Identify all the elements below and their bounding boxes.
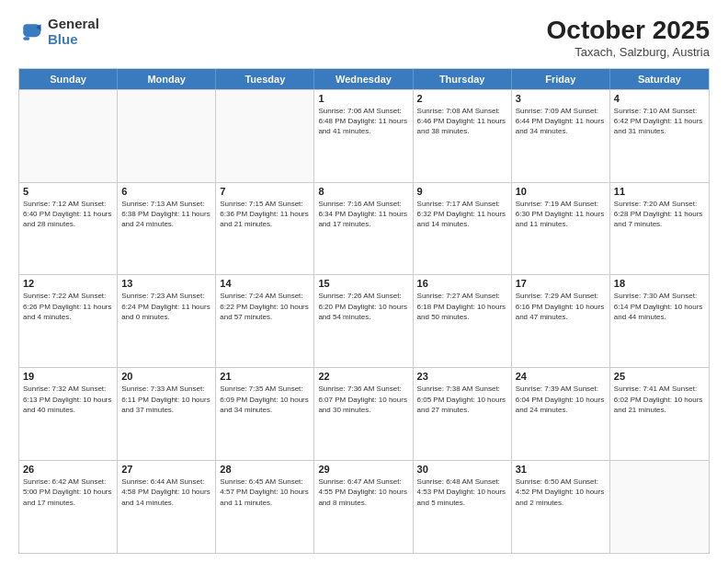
day-number: 24 — [516, 371, 606, 382]
day-info: Sunrise: 7:35 AM Sunset: 6:09 PM Dayligh… — [220, 384, 310, 415]
day-info: Sunrise: 7:13 AM Sunset: 6:38 PM Dayligh… — [121, 199, 211, 230]
header-friday: Friday — [512, 69, 610, 89]
calendar-cell: 3Sunrise: 7:09 AM Sunset: 6:44 PM Daylig… — [512, 90, 610, 182]
header-sunday: Sunday — [19, 69, 118, 89]
calendar-cell: 22Sunrise: 7:36 AM Sunset: 6:07 PM Dayli… — [314, 368, 413, 460]
day-info: Sunrise: 7:33 AM Sunset: 6:11 PM Dayligh… — [121, 384, 211, 415]
day-info: Sunrise: 7:15 AM Sunset: 6:36 PM Dayligh… — [220, 199, 310, 230]
day-info: Sunrise: 7:08 AM Sunset: 6:46 PM Dayligh… — [417, 106, 507, 137]
day-info: Sunrise: 7:36 AM Sunset: 6:07 PM Dayligh… — [318, 384, 408, 415]
logo: General Blue — [18, 17, 99, 47]
logo-blue-text: Blue — [48, 32, 99, 48]
day-info: Sunrise: 7:26 AM Sunset: 6:20 PM Dayligh… — [318, 291, 408, 322]
day-number: 22 — [318, 371, 408, 382]
header-monday: Monday — [118, 69, 216, 89]
day-info: Sunrise: 6:42 AM Sunset: 5:00 PM Dayligh… — [23, 477, 113, 508]
day-number: 28 — [220, 464, 310, 475]
day-number: 18 — [614, 278, 705, 289]
calendar-cell: 10Sunrise: 7:19 AM Sunset: 6:30 PM Dayli… — [512, 183, 610, 275]
day-number: 15 — [318, 278, 408, 289]
calendar-cell: 20Sunrise: 7:33 AM Sunset: 6:11 PM Dayli… — [118, 368, 216, 460]
calendar-cell — [19, 90, 118, 182]
day-info: Sunrise: 7:20 AM Sunset: 6:28 PM Dayligh… — [614, 199, 705, 230]
calendar-cell: 23Sunrise: 7:38 AM Sunset: 6:05 PM Dayli… — [414, 368, 512, 460]
day-info: Sunrise: 6:50 AM Sunset: 4:52 PM Dayligh… — [516, 477, 606, 508]
day-info: Sunrise: 7:23 AM Sunset: 6:24 PM Dayligh… — [121, 291, 211, 322]
day-number: 31 — [516, 464, 606, 475]
calendar-cell: 2Sunrise: 7:08 AM Sunset: 6:46 PM Daylig… — [414, 90, 512, 182]
day-info: Sunrise: 7:24 AM Sunset: 6:22 PM Dayligh… — [220, 291, 310, 322]
day-number: 12 — [23, 278, 113, 289]
logo-text: General Blue — [48, 17, 99, 47]
calendar-cell: 29Sunrise: 6:47 AM Sunset: 4:55 PM Dayli… — [314, 461, 413, 553]
calendar-cell: 15Sunrise: 7:26 AM Sunset: 6:20 PM Dayli… — [314, 275, 413, 367]
calendar-cell: 5Sunrise: 7:12 AM Sunset: 6:40 PM Daylig… — [19, 183, 118, 275]
calendar-cell: 14Sunrise: 7:24 AM Sunset: 6:22 PM Dayli… — [216, 275, 314, 367]
logo-icon — [18, 19, 44, 45]
calendar: Sunday Monday Tuesday Wednesday Thursday… — [18, 68, 710, 554]
day-info: Sunrise: 7:09 AM Sunset: 6:44 PM Dayligh… — [516, 106, 606, 137]
day-number: 13 — [121, 278, 211, 289]
calendar-body: 1Sunrise: 7:06 AM Sunset: 6:48 PM Daylig… — [19, 89, 709, 553]
day-info: Sunrise: 7:38 AM Sunset: 6:05 PM Dayligh… — [417, 384, 507, 415]
calendar-cell: 17Sunrise: 7:29 AM Sunset: 6:16 PM Dayli… — [512, 275, 610, 367]
day-number: 9 — [417, 186, 507, 197]
header-wednesday: Wednesday — [314, 69, 413, 89]
calendar-cell: 25Sunrise: 7:41 AM Sunset: 6:02 PM Dayli… — [610, 368, 709, 460]
calendar-row-4: 26Sunrise: 6:42 AM Sunset: 5:00 PM Dayli… — [19, 460, 709, 553]
day-number: 11 — [614, 186, 705, 197]
day-number: 17 — [516, 278, 606, 289]
calendar-cell: 18Sunrise: 7:30 AM Sunset: 6:14 PM Dayli… — [610, 275, 709, 367]
day-number: 1 — [318, 93, 408, 104]
calendar-row-2: 12Sunrise: 7:22 AM Sunset: 6:26 PM Dayli… — [19, 274, 709, 367]
day-info: Sunrise: 7:32 AM Sunset: 6:13 PM Dayligh… — [23, 384, 113, 415]
calendar-cell: 26Sunrise: 6:42 AM Sunset: 5:00 PM Dayli… — [19, 461, 118, 553]
day-number: 7 — [220, 186, 310, 197]
day-number: 3 — [516, 93, 606, 104]
calendar-cell — [610, 461, 709, 553]
day-number: 21 — [220, 371, 310, 382]
calendar-cell: 9Sunrise: 7:17 AM Sunset: 6:32 PM Daylig… — [414, 183, 512, 275]
day-number: 23 — [417, 371, 507, 382]
calendar-cell: 13Sunrise: 7:23 AM Sunset: 6:24 PM Dayli… — [118, 275, 216, 367]
calendar-cell: 16Sunrise: 7:27 AM Sunset: 6:18 PM Dayli… — [414, 275, 512, 367]
day-info: Sunrise: 6:48 AM Sunset: 4:53 PM Dayligh… — [417, 477, 507, 508]
day-info: Sunrise: 7:27 AM Sunset: 6:18 PM Dayligh… — [417, 291, 507, 322]
calendar-cell: 24Sunrise: 7:39 AM Sunset: 6:04 PM Dayli… — [512, 368, 610, 460]
calendar-cell — [118, 90, 216, 182]
calendar-row-1: 5Sunrise: 7:12 AM Sunset: 6:40 PM Daylig… — [19, 182, 709, 275]
calendar-cell: 19Sunrise: 7:32 AM Sunset: 6:13 PM Dayli… — [19, 368, 118, 460]
calendar-cell: 11Sunrise: 7:20 AM Sunset: 6:28 PM Dayli… — [610, 183, 709, 275]
day-number: 20 — [121, 371, 211, 382]
calendar-cell: 21Sunrise: 7:35 AM Sunset: 6:09 PM Dayli… — [216, 368, 314, 460]
logo-general-text: General — [48, 17, 99, 32]
header: General Blue October 2025 Taxach, Salzbu… — [18, 17, 710, 59]
day-info: Sunrise: 7:39 AM Sunset: 6:04 PM Dayligh… — [516, 384, 606, 415]
day-number: 27 — [121, 464, 211, 475]
day-number: 2 — [417, 93, 507, 104]
day-number: 8 — [318, 186, 408, 197]
subtitle: Taxach, Salzburg, Austria — [547, 45, 710, 59]
day-number: 6 — [121, 186, 211, 197]
calendar-cell: 27Sunrise: 6:44 AM Sunset: 4:58 PM Dayli… — [118, 461, 216, 553]
day-number: 29 — [318, 464, 408, 475]
calendar-cell: 8Sunrise: 7:16 AM Sunset: 6:34 PM Daylig… — [314, 183, 413, 275]
calendar-header: Sunday Monday Tuesday Wednesday Thursday… — [19, 69, 709, 89]
header-saturday: Saturday — [610, 69, 709, 89]
day-info: Sunrise: 6:44 AM Sunset: 4:58 PM Dayligh… — [121, 477, 211, 508]
day-info: Sunrise: 7:29 AM Sunset: 6:16 PM Dayligh… — [516, 291, 606, 322]
calendar-cell: 30Sunrise: 6:48 AM Sunset: 4:53 PM Dayli… — [414, 461, 512, 553]
day-number: 10 — [516, 186, 606, 197]
calendar-cell: 31Sunrise: 6:50 AM Sunset: 4:52 PM Dayli… — [512, 461, 610, 553]
calendar-cell: 4Sunrise: 7:10 AM Sunset: 6:42 PM Daylig… — [610, 90, 709, 182]
day-number: 19 — [23, 371, 113, 382]
day-number: 5 — [23, 186, 113, 197]
day-info: Sunrise: 7:17 AM Sunset: 6:32 PM Dayligh… — [417, 199, 507, 230]
page: General Blue October 2025 Taxach, Salzbu… — [0, 0, 728, 563]
svg-rect-0 — [23, 37, 29, 40]
calendar-cell: 7Sunrise: 7:15 AM Sunset: 6:36 PM Daylig… — [216, 183, 314, 275]
calendar-cell: 1Sunrise: 7:06 AM Sunset: 6:48 PM Daylig… — [314, 90, 413, 182]
calendar-cell — [216, 90, 314, 182]
calendar-row-0: 1Sunrise: 7:06 AM Sunset: 6:48 PM Daylig… — [19, 89, 709, 182]
day-info: Sunrise: 6:45 AM Sunset: 4:57 PM Dayligh… — [220, 477, 310, 508]
